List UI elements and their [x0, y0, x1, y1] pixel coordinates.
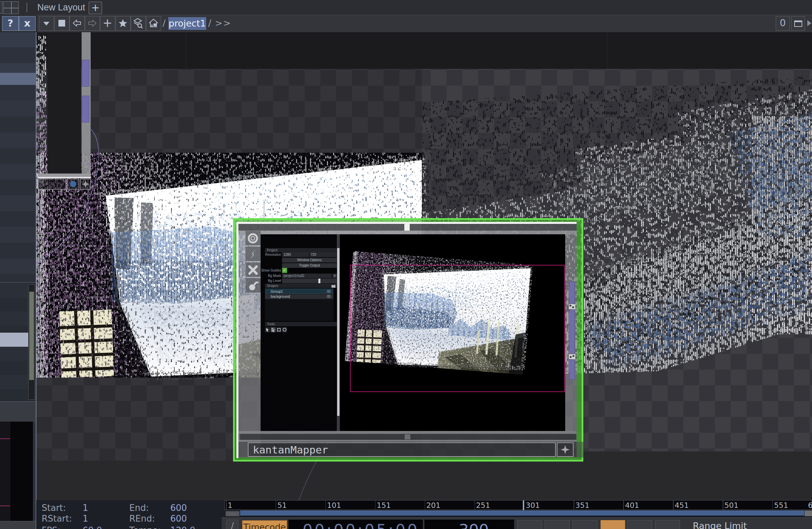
sidebar-list-item[interactable] [0, 148, 35, 164]
tempo-value[interactable]: 120.0 [170, 525, 195, 529]
tool-polygon-button[interactable] [282, 327, 287, 332]
sidebar-list-item[interactable] [0, 85, 35, 101]
kantan-out-connector[interactable] [569, 359, 575, 380]
tool-rectangle-button[interactable] [276, 327, 281, 332]
shape-row-group1[interactable]: Group1 [265, 289, 333, 294]
tool-select-button[interactable] [265, 327, 270, 332]
path-current-component[interactable]: project1 [168, 17, 206, 30]
range-bar-handle[interactable] [804, 511, 812, 516]
kantan-target-button[interactable] [246, 231, 261, 246]
sidebar-panel-item[interactable] [0, 389, 28, 401]
sidebar-panel-item[interactable] [0, 311, 28, 326]
kantan-out-connector[interactable] [569, 309, 575, 354]
kantan-bottom-scrollbar[interactable] [240, 434, 577, 440]
path-expand[interactable]: >> [215, 18, 231, 28]
range-bar[interactable] [240, 511, 804, 516]
layout-grid-icon[interactable] [3, 1, 19, 14]
sidebar-list-item[interactable] [0, 63, 35, 73]
start-value[interactable]: 1 [83, 503, 88, 513]
play-reverse-button[interactable] [572, 520, 597, 529]
node-sparkle-button[interactable] [557, 442, 574, 457]
path-root-slash[interactable]: / [162, 18, 165, 28]
playhead[interactable] [523, 500, 524, 510]
bg-mask-clear-button[interactable]: × [332, 274, 337, 278]
fps-value[interactable]: 60.0 [83, 525, 102, 529]
end-value[interactable]: 600 [170, 503, 187, 513]
bg-level-slider[interactable] [282, 279, 337, 283]
window-options-button[interactable]: Window Options [282, 258, 337, 263]
rstart-value[interactable]: 1 [83, 514, 88, 524]
add-shape-icon[interactable] [331, 284, 336, 288]
visibility-eye-icon[interactable] [327, 290, 331, 293]
help-button[interactable]: ? [2, 16, 19, 31]
bookmark-button[interactable] [116, 16, 131, 31]
pane-dropdown-button[interactable] [39, 16, 54, 31]
play-button[interactable] [600, 520, 625, 529]
sidebar-panel-item[interactable] [0, 297, 28, 311]
panel-splitter[interactable] [337, 234, 340, 431]
resolution-width-field[interactable]: 1280 [282, 252, 309, 257]
kantan-mapper-window[interactable]: Project Resolution 1280 720 Window Optio… [233, 218, 583, 461]
node-viewer-toggle[interactable] [67, 179, 79, 190]
range-scroll-dots[interactable]: ... [226, 511, 240, 516]
step-forward-button[interactable] [627, 520, 652, 529]
sidebar-list-item[interactable] [0, 73, 35, 85]
viewer-node[interactable] [47, 32, 81, 174]
jump-start-button[interactable] [517, 520, 542, 529]
node-connector[interactable] [82, 60, 89, 87]
timecode-mode-button[interactable]: Timecode [242, 520, 287, 529]
key-toggle-button[interactable]: / [226, 519, 238, 529]
sidebar-list-item[interactable] [0, 32, 35, 47]
node-name-field[interactable]: kantanMapper [248, 442, 556, 457]
sidebar-panel-item[interactable] [0, 283, 28, 297]
sidebar-list-item[interactable] [0, 47, 35, 63]
sidebar-list-item[interactable] [0, 243, 35, 259]
sidebar-panel-item[interactable] [0, 326, 28, 333]
show-guides-checkbox[interactable]: ✓ [282, 268, 287, 273]
toggle-output-button[interactable]: Toggle Output [282, 263, 337, 268]
timeline-ruler[interactable]: 15110115120125130135140145150155160 [224, 500, 812, 510]
resolution-height-field[interactable]: 720 [309, 252, 337, 257]
shape-row-background[interactable]: background [265, 294, 333, 299]
sidebar-list-item[interactable] [0, 101, 35, 116]
sidebar-list-item[interactable] [0, 195, 35, 211]
home-button[interactable] [146, 16, 161, 31]
sidebar-list-item[interactable] [0, 227, 35, 243]
jump-end-button[interactable] [655, 520, 680, 529]
sidebar-list-item[interactable] [0, 164, 35, 180]
sidebar-panel-item[interactable] [0, 361, 28, 375]
corner-arrow-icon[interactable] [807, 20, 811, 26]
step-back-button[interactable] [545, 520, 569, 529]
search-button[interactable] [131, 16, 146, 31]
forward-button[interactable] [85, 16, 100, 31]
layout-preset-icon[interactable] [0, 1, 3, 14]
slider-handle[interactable] [318, 279, 320, 283]
sidebar-list-item[interactable] [0, 180, 35, 195]
tool-edit-button[interactable] [271, 327, 276, 332]
ops-badge-button[interactable]: 0 [776, 16, 790, 31]
node-flag-strip[interactable] [38, 179, 66, 190]
sidebar-panel-item[interactable] [0, 333, 28, 347]
rend-value[interactable]: 600 [170, 514, 187, 524]
sidebar-list-item[interactable] [0, 259, 35, 274]
scrollbar-thumb[interactable] [29, 292, 34, 380]
sidebar-panel-item[interactable] [0, 347, 28, 361]
kantan-title-handle[interactable] [404, 223, 410, 231]
sidebar-list-item[interactable] [0, 211, 35, 227]
add-operator-button[interactable] [100, 16, 115, 31]
add-layout-button[interactable]: + [89, 2, 102, 14]
back-button[interactable] [70, 16, 85, 31]
stop-button[interactable] [54, 16, 70, 31]
sidebar-list-item[interactable] [0, 274, 35, 282]
sidebar-list-item[interactable] [0, 132, 35, 148]
viewer-node-connector-strip[interactable] [82, 32, 91, 178]
sidebar-panel-item[interactable] [0, 375, 28, 389]
splitter-thumb[interactable] [337, 248, 339, 416]
bg-mask-field[interactable]: /project1/null2 [282, 274, 332, 278]
node-bypass-toggle[interactable] [80, 179, 91, 190]
kantan-preview[interactable] [340, 234, 565, 431]
visibility-eye-icon[interactable] [327, 295, 331, 298]
window-mode-button[interactable] [791, 16, 805, 31]
close-pane-button[interactable]: x [19, 16, 35, 31]
kantan-out-connector[interactable] [569, 282, 575, 304]
